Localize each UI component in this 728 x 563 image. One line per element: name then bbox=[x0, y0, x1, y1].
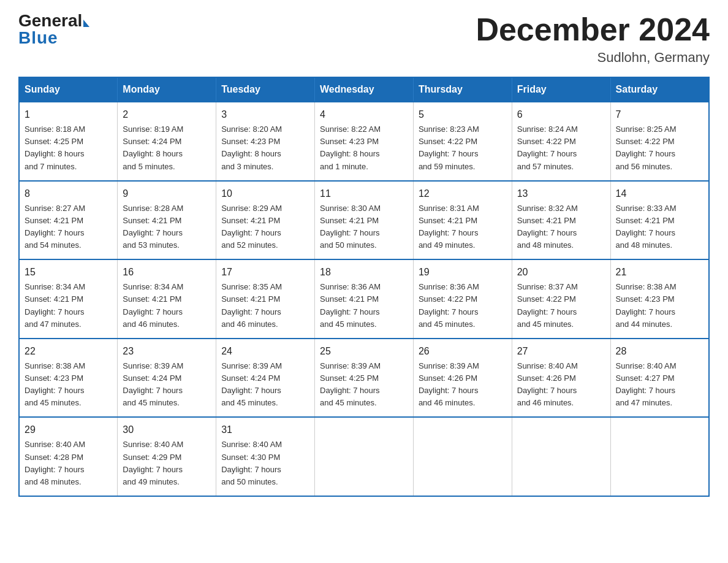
day-number: 4 bbox=[320, 107, 408, 122]
col-header-sunday: Sunday bbox=[19, 77, 118, 102]
calendar-cell: 6Sunrise: 8:24 AM Sunset: 4:22 PM Daylig… bbox=[512, 102, 610, 181]
logo-blue-text: Blue bbox=[18, 28, 58, 48]
day-info: Sunrise: 8:23 AM Sunset: 4:22 PM Dayligh… bbox=[419, 123, 507, 173]
day-info: Sunrise: 8:40 AM Sunset: 4:29 PM Dayligh… bbox=[123, 439, 211, 488]
day-number: 30 bbox=[123, 423, 211, 437]
calendar-location: Sudlohn, Germany bbox=[476, 50, 710, 66]
calendar-cell bbox=[315, 417, 414, 496]
calendar-cell: 5Sunrise: 8:23 AM Sunset: 4:22 PM Daylig… bbox=[413, 102, 512, 181]
day-number: 3 bbox=[221, 107, 309, 122]
calendar-cell: 27Sunrise: 8:40 AM Sunset: 4:26 PM Dayli… bbox=[512, 339, 610, 418]
day-info: Sunrise: 8:22 AM Sunset: 4:23 PM Dayligh… bbox=[320, 123, 408, 173]
calendar-cell: 22Sunrise: 8:38 AM Sunset: 4:23 PM Dayli… bbox=[19, 339, 118, 418]
calendar-cell: 21Sunrise: 8:38 AM Sunset: 4:23 PM Dayli… bbox=[610, 259, 709, 339]
day-info: Sunrise: 8:30 AM Sunset: 4:21 PM Dayligh… bbox=[320, 202, 408, 252]
calendar-body: 1Sunrise: 8:18 AM Sunset: 4:25 PM Daylig… bbox=[19, 102, 709, 496]
page-header: General Blue December 2024 Sudlohn, Germ… bbox=[18, 12, 710, 66]
calendar-cell: 8Sunrise: 8:27 AM Sunset: 4:21 PM Daylig… bbox=[19, 181, 118, 260]
day-info: Sunrise: 8:31 AM Sunset: 4:21 PM Dayligh… bbox=[419, 202, 507, 252]
day-info: Sunrise: 8:36 AM Sunset: 4:22 PM Dayligh… bbox=[419, 281, 507, 331]
day-number: 10 bbox=[221, 186, 309, 201]
calendar-cell: 28Sunrise: 8:40 AM Sunset: 4:27 PM Dayli… bbox=[610, 339, 709, 418]
day-info: Sunrise: 8:39 AM Sunset: 4:24 PM Dayligh… bbox=[221, 360, 309, 410]
day-info: Sunrise: 8:35 AM Sunset: 4:21 PM Dayligh… bbox=[221, 281, 309, 331]
day-number: 11 bbox=[320, 186, 408, 201]
day-info: Sunrise: 8:36 AM Sunset: 4:21 PM Dayligh… bbox=[320, 281, 408, 331]
calendar-cell: 31Sunrise: 8:40 AM Sunset: 4:30 PM Dayli… bbox=[216, 417, 315, 496]
calendar-cell: 11Sunrise: 8:30 AM Sunset: 4:21 PM Dayli… bbox=[315, 181, 414, 260]
calendar-cell: 9Sunrise: 8:28 AM Sunset: 4:21 PM Daylig… bbox=[118, 181, 216, 260]
calendar-cell: 3Sunrise: 8:20 AM Sunset: 4:23 PM Daylig… bbox=[216, 102, 315, 181]
calendar-cell bbox=[512, 417, 610, 496]
day-info: Sunrise: 8:40 AM Sunset: 4:28 PM Dayligh… bbox=[25, 439, 112, 488]
calendar-cell: 7Sunrise: 8:25 AM Sunset: 4:22 PM Daylig… bbox=[610, 102, 709, 181]
day-info: Sunrise: 8:39 AM Sunset: 4:25 PM Dayligh… bbox=[320, 360, 408, 410]
calendar-cell: 29Sunrise: 8:40 AM Sunset: 4:28 PM Dayli… bbox=[19, 417, 118, 496]
day-info: Sunrise: 8:39 AM Sunset: 4:26 PM Dayligh… bbox=[419, 360, 507, 410]
day-info: Sunrise: 8:28 AM Sunset: 4:21 PM Dayligh… bbox=[123, 202, 211, 252]
calendar-cell: 15Sunrise: 8:34 AM Sunset: 4:21 PM Dayli… bbox=[19, 259, 118, 339]
day-info: Sunrise: 8:38 AM Sunset: 4:23 PM Dayligh… bbox=[25, 360, 112, 410]
logo-triangle-icon bbox=[83, 20, 89, 27]
col-header-friday: Friday bbox=[512, 77, 610, 102]
day-info: Sunrise: 8:40 AM Sunset: 4:30 PM Dayligh… bbox=[221, 439, 309, 488]
day-number: 26 bbox=[419, 344, 507, 359]
day-number: 14 bbox=[616, 186, 703, 201]
day-info: Sunrise: 8:32 AM Sunset: 4:21 PM Dayligh… bbox=[517, 202, 605, 252]
calendar-cell: 2Sunrise: 8:19 AM Sunset: 4:24 PM Daylig… bbox=[118, 102, 216, 181]
calendar-cell: 19Sunrise: 8:36 AM Sunset: 4:22 PM Dayli… bbox=[413, 259, 512, 339]
day-info: Sunrise: 8:33 AM Sunset: 4:21 PM Dayligh… bbox=[616, 202, 703, 252]
calendar-cell: 13Sunrise: 8:32 AM Sunset: 4:21 PM Dayli… bbox=[512, 181, 610, 260]
day-info: Sunrise: 8:20 AM Sunset: 4:23 PM Dayligh… bbox=[221, 123, 309, 173]
day-number: 12 bbox=[419, 186, 507, 201]
col-header-tuesday: Tuesday bbox=[216, 77, 315, 102]
calendar-cell: 26Sunrise: 8:39 AM Sunset: 4:26 PM Dayli… bbox=[413, 339, 512, 418]
day-number: 25 bbox=[320, 344, 408, 359]
day-info: Sunrise: 8:40 AM Sunset: 4:26 PM Dayligh… bbox=[517, 360, 605, 410]
day-number: 17 bbox=[221, 265, 309, 280]
calendar-cell: 14Sunrise: 8:33 AM Sunset: 4:21 PM Dayli… bbox=[610, 181, 709, 260]
calendar-month-year: December 2024 bbox=[476, 12, 710, 47]
day-number: 21 bbox=[616, 265, 703, 280]
day-number: 7 bbox=[616, 107, 703, 122]
calendar-cell: 4Sunrise: 8:22 AM Sunset: 4:23 PM Daylig… bbox=[315, 102, 414, 181]
logo: General Blue bbox=[18, 12, 89, 48]
calendar-header-row: Sunday Monday Tuesday Wednesday Thursday… bbox=[19, 77, 709, 102]
calendar-cell bbox=[413, 417, 512, 496]
day-number: 19 bbox=[419, 265, 507, 280]
calendar-title-area: December 2024 Sudlohn, Germany bbox=[476, 12, 710, 66]
col-header-thursday: Thursday bbox=[413, 77, 512, 102]
day-number: 5 bbox=[419, 107, 507, 122]
day-number: 29 bbox=[25, 423, 112, 437]
day-info: Sunrise: 8:38 AM Sunset: 4:23 PM Dayligh… bbox=[616, 281, 703, 331]
logo-general-text: General bbox=[18, 12, 82, 29]
day-number: 9 bbox=[123, 186, 211, 201]
day-info: Sunrise: 8:25 AM Sunset: 4:22 PM Dayligh… bbox=[616, 123, 703, 173]
day-info: Sunrise: 8:39 AM Sunset: 4:24 PM Dayligh… bbox=[123, 360, 211, 410]
calendar-cell: 24Sunrise: 8:39 AM Sunset: 4:24 PM Dayli… bbox=[216, 339, 315, 418]
day-number: 27 bbox=[517, 344, 605, 359]
col-header-wednesday: Wednesday bbox=[315, 77, 414, 102]
day-info: Sunrise: 8:19 AM Sunset: 4:24 PM Dayligh… bbox=[123, 123, 211, 173]
calendar-cell: 20Sunrise: 8:37 AM Sunset: 4:22 PM Dayli… bbox=[512, 259, 610, 339]
day-number: 22 bbox=[25, 344, 112, 359]
day-number: 28 bbox=[616, 344, 703, 359]
calendar-cell: 12Sunrise: 8:31 AM Sunset: 4:21 PM Dayli… bbox=[413, 181, 512, 260]
calendar-cell: 1Sunrise: 8:18 AM Sunset: 4:25 PM Daylig… bbox=[19, 102, 118, 181]
day-number: 24 bbox=[221, 344, 309, 359]
day-info: Sunrise: 8:24 AM Sunset: 4:22 PM Dayligh… bbox=[517, 123, 605, 173]
day-info: Sunrise: 8:37 AM Sunset: 4:22 PM Dayligh… bbox=[517, 281, 605, 331]
day-number: 15 bbox=[25, 265, 112, 280]
day-number: 20 bbox=[517, 265, 605, 280]
day-info: Sunrise: 8:18 AM Sunset: 4:25 PM Dayligh… bbox=[25, 123, 112, 173]
day-info: Sunrise: 8:34 AM Sunset: 4:21 PM Dayligh… bbox=[123, 281, 211, 331]
day-number: 18 bbox=[320, 265, 408, 280]
day-info: Sunrise: 8:40 AM Sunset: 4:27 PM Dayligh… bbox=[616, 360, 703, 410]
day-info: Sunrise: 8:27 AM Sunset: 4:21 PM Dayligh… bbox=[25, 202, 112, 252]
calendar-cell: 17Sunrise: 8:35 AM Sunset: 4:21 PM Dayli… bbox=[216, 259, 315, 339]
day-number: 16 bbox=[123, 265, 211, 280]
day-number: 23 bbox=[123, 344, 211, 359]
day-number: 1 bbox=[25, 107, 112, 122]
day-number: 2 bbox=[123, 107, 211, 122]
day-info: Sunrise: 8:34 AM Sunset: 4:21 PM Dayligh… bbox=[25, 281, 112, 331]
